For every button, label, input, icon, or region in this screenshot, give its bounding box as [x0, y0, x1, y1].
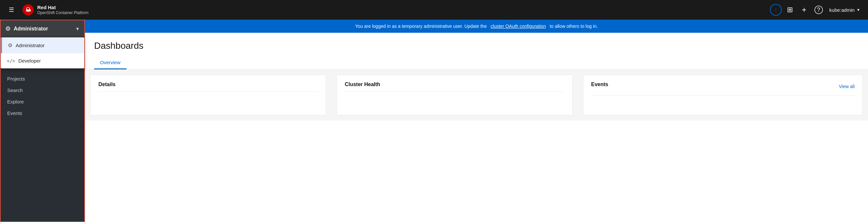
help-button[interactable]: ? — [812, 4, 825, 16]
tabs-row: Overview — [94, 56, 859, 69]
events-card-content — [591, 95, 855, 108]
sidebar-nav: Projects Search Explore Events — [1, 68, 84, 123]
sidebar: ⚙ Administrator ▼ ⚙ Administrator </> De… — [0, 20, 85, 222]
grid-menu-button[interactable]: ⊞ — [784, 4, 796, 16]
dashboard-cards: Details Cluster Health Events View all — [85, 70, 868, 120]
perspective-item-developer[interactable]: </> Developer — [1, 53, 84, 68]
details-card: Details — [90, 75, 326, 115]
svg-point-2 — [27, 7, 29, 9]
perspective-label: ⚙ Administrator — [5, 25, 48, 32]
events-card: Events View all — [583, 75, 863, 115]
sidebar-item-explore-label: Explore — [7, 99, 24, 105]
brand-name: Red Hat — [37, 5, 89, 10]
sidebar-item-search-label: Search — [7, 87, 23, 93]
page-content: Dashboards Overview Details Cluster Heal… — [85, 33, 868, 222]
perspective-item-admin-label: Administrator — [16, 43, 44, 48]
add-button[interactable]: + — [798, 4, 810, 16]
cluster-health-card-content — [345, 91, 564, 105]
details-card-content — [98, 91, 318, 105]
alert-oauth-link[interactable]: cluster OAuth configuration — [491, 24, 546, 29]
perspective-name: Administrator — [14, 26, 48, 32]
sidebar-item-projects-label: Projects — [7, 76, 25, 82]
topbar-left: ☰ Red Hat OpenShift Container Platform — [5, 4, 770, 16]
hamburger-menu-button[interactable]: ☰ — [5, 4, 18, 16]
sidebar-item-explore[interactable]: Explore — [1, 96, 84, 107]
brand-logo: Red Hat OpenShift Container Platform — [22, 4, 89, 16]
events-card-title: Events — [591, 82, 608, 87]
content-area: You are logged in as a temporary adminis… — [85, 20, 868, 222]
page-header: Dashboards Overview — [85, 33, 868, 70]
sidebar-item-events-label: Events — [7, 110, 22, 116]
sidebar-item-search[interactable]: Search — [1, 84, 84, 96]
grid-icon: ⊞ — [787, 5, 793, 14]
perspective-dropdown-arrow-icon: ▼ — [75, 26, 80, 31]
admin-gear-icon: ⚙ — [8, 42, 12, 49]
user-menu[interactable]: kube:admin ▼ — [827, 6, 863, 14]
perspective-selector[interactable]: ⚙ Administrator ▼ — [1, 20, 84, 37]
events-view-all-link[interactable]: View all — [839, 84, 855, 89]
sidebar-item-events[interactable]: Events — [1, 107, 84, 119]
developer-code-icon: </> — [7, 58, 15, 63]
tab-overview[interactable]: Overview — [94, 56, 126, 70]
help-icon: ? — [814, 5, 823, 14]
details-card-title: Details — [98, 82, 318, 87]
brand-subtitle: OpenShift Container Platform — [37, 10, 89, 15]
user-dropdown-arrow: ▼ — [857, 8, 860, 12]
user-label: kube:admin — [830, 7, 855, 13]
add-icon: + — [802, 5, 807, 15]
alert-banner: You are logged in as a temporary adminis… — [85, 20, 868, 33]
main-layout: ⚙ Administrator ▼ ⚙ Administrator </> De… — [0, 20, 868, 222]
events-card-header: Events View all — [591, 82, 855, 91]
perspective-item-administrator[interactable]: ⚙ Administrator — [1, 38, 84, 53]
perspective-dropdown-menu: ⚙ Administrator </> Developer — [1, 37, 84, 68]
page-title: Dashboards — [94, 40, 859, 51]
alert-text-after: to allow others to log in. — [550, 24, 598, 29]
redhat-logo-icon — [22, 4, 34, 16]
perspective-item-developer-label: Developer — [18, 58, 40, 63]
topbar-right: ↑ ⊞ + ? kube:admin ▼ — [770, 4, 863, 16]
gear-icon: ⚙ — [5, 25, 10, 32]
topbar: ☰ Red Hat OpenShift Container Platform ↑… — [0, 0, 868, 20]
cluster-health-card: Cluster Health — [337, 75, 572, 115]
sidebar-item-projects[interactable]: Projects — [1, 73, 84, 84]
cluster-health-card-title: Cluster Health — [345, 82, 564, 87]
upload-icon: ↑ — [775, 7, 777, 13]
brand-text: Red Hat OpenShift Container Platform — [37, 5, 89, 15]
notifications-button[interactable]: ↑ — [770, 4, 782, 16]
alert-text-before: You are logged in as a temporary adminis… — [355, 24, 487, 29]
